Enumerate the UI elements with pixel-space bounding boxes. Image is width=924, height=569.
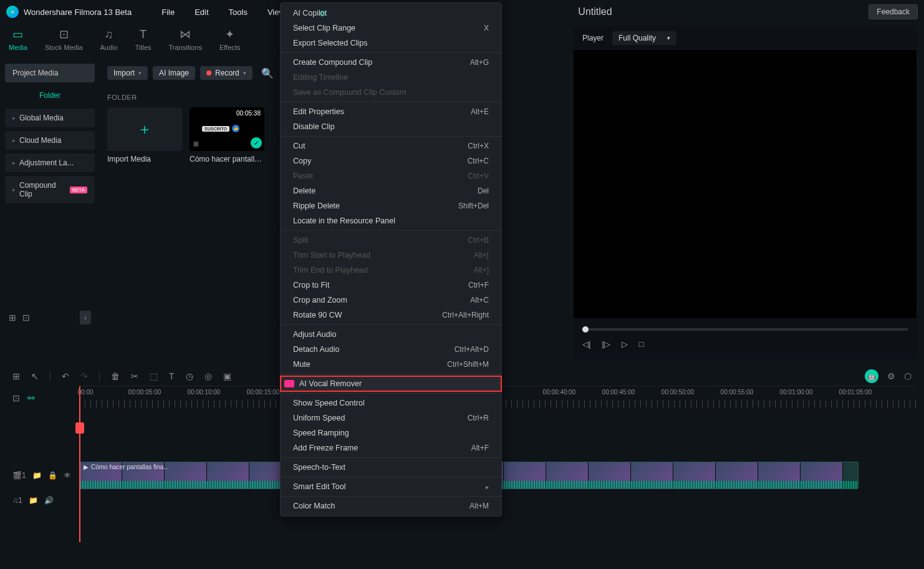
visibility-icon[interactable]: 👁 (64, 471, 71, 480)
context-menu-item[interactable]: MuteCtrl+Shift+M (281, 357, 501, 372)
player-panel: Player Full Quality▾ ◁| |▷ ▷ □ (574, 26, 917, 359)
context-menu-label: Adjust Audio (293, 330, 337, 339)
audio-icon: ♫ (102, 27, 117, 41)
keyframe-button[interactable]: ▣ (223, 371, 231, 381)
context-menu-item[interactable]: Speed Ramping (281, 426, 501, 440)
link-icon[interactable]: ⚯ (27, 393, 35, 403)
import-media-tile[interactable]: ＋ Import Media (107, 107, 182, 163)
search-icon[interactable]: 🔍 (261, 67, 274, 79)
shortcut-label: Shift+Del (458, 202, 489, 210)
context-menu-label: Paste (293, 172, 313, 180)
shortcut-label: Ctrl+Alt+D (455, 345, 489, 354)
sidebar-project-media[interactable]: Project Media (5, 64, 95, 82)
chevron-right-icon: ▸ (12, 115, 16, 121)
next-frame-button[interactable]: |▷ (602, 339, 610, 349)
tab-titles[interactable]: TTitles (135, 27, 152, 51)
context-menu-item[interactable]: Detach AudioCtrl+Alt+D (281, 342, 501, 357)
crop-button[interactable]: ⬚ (150, 371, 158, 381)
chevron-right-icon: ▸ (12, 160, 16, 166)
menu-tools[interactable]: Tools (229, 7, 248, 17)
context-menu-item[interactable]: Speech-to-Text (281, 460, 501, 475)
feedback-button[interactable]: Feedback (869, 4, 918, 19)
redo-button[interactable]: ↷ (80, 371, 88, 381)
context-menu-item[interactable]: Smart Edit Tool▸ (281, 479, 501, 494)
sidebar-adjustment-layer[interactable]: ▸Adjustment La... (5, 153, 95, 172)
context-menu-item[interactable]: Uniform SpeedCtrl+R (281, 411, 501, 426)
context-menu-item[interactable]: Crop to FitCtrl+F (281, 278, 501, 293)
color-button[interactable]: ◎ (205, 371, 212, 381)
import-button[interactable]: Import▾ (107, 66, 148, 80)
context-menu-item[interactable]: Disable Clip (281, 119, 501, 134)
tab-audio[interactable]: ♫Audio (100, 27, 118, 51)
lock-icon[interactable]: 🔒 (48, 471, 57, 480)
scrub-handle[interactable] (582, 326, 589, 333)
speed-button[interactable]: ◷ (186, 371, 193, 381)
context-menu-item[interactable]: CutCtrl+X (281, 139, 501, 153)
tab-media[interactable]: ▭Media (9, 27, 27, 51)
prev-frame-button[interactable]: ◁| (582, 339, 590, 349)
context-menu-item[interactable]: Adjust Audio (281, 327, 501, 342)
menu-file[interactable]: File (161, 7, 175, 17)
context-menu-item[interactable]: Show Speed Control (281, 396, 501, 411)
collapse-sidebar-button[interactable]: ‹ (80, 311, 91, 324)
context-menu-item[interactable]: Add Freeze FrameAlt+F (281, 440, 501, 455)
context-menu-item[interactable]: Crop and ZoomAlt+C (281, 293, 501, 308)
cursor-icon[interactable]: ↖ (31, 371, 39, 381)
playhead[interactable] (79, 386, 80, 542)
tab-effects[interactable]: ✦Effects (219, 27, 240, 51)
context-menu-item[interactable]: Color MatchAlt+M (281, 498, 501, 513)
play-button[interactable]: ▷ (622, 339, 628, 349)
shortcut-label: Alt+G (470, 58, 489, 67)
context-menu-label: Crop and Zoom (293, 296, 347, 304)
context-menu-item: Trim End to PlayheadAlt+] (281, 263, 501, 278)
context-menu-item[interactable]: Rotate 90 CWCtrl+Alt+Right (281, 308, 501, 323)
tab-transitions[interactable]: ⋈Transitions (169, 27, 202, 51)
folder-add-icon[interactable]: ⊞ (9, 313, 16, 323)
context-menu-item[interactable]: AI Vocal Remover (281, 376, 501, 391)
player-viewport[interactable] (574, 50, 917, 318)
context-menu-item[interactable]: CopyCtrl+C (281, 153, 501, 168)
record-button[interactable]: Record▾ (200, 66, 253, 80)
folder-icon[interactable]: ⊡ (22, 313, 30, 323)
ai-image-button[interactable]: AI Image (153, 66, 195, 80)
beta-badge: BETA (70, 187, 87, 193)
context-menu-item[interactable]: Locate in the Resource Panel (281, 213, 501, 228)
context-menu-item[interactable]: Ripple DeleteShift+Del (281, 198, 501, 213)
context-menu-item[interactable]: Create Compound ClipAlt+G (281, 55, 501, 70)
sidebar-folder[interactable]: Folder (5, 86, 95, 105)
mute-icon[interactable]: 🔊 (44, 496, 54, 505)
grid-icon[interactable]: ⊞ (12, 371, 20, 381)
clip-type-icon: ⊞ (193, 140, 198, 147)
titles-icon: T (136, 27, 151, 41)
check-icon: ✓ (251, 137, 262, 148)
media-clip-tile[interactable]: 00:05:38 SUSCRITO 👍 ⊞ ✓ Cómo hacer panta… (190, 107, 264, 163)
menu-edit[interactable]: Edit (195, 7, 208, 17)
folder-icon[interactable]: 📁 (32, 471, 42, 480)
settings-icon[interactable]: ⚙ (887, 371, 895, 381)
text-button[interactable]: T (169, 371, 175, 381)
context-menu-item[interactable]: Select Clip RangeX (281, 21, 501, 36)
context-menu-item[interactable]: AI Copilot ◎ (281, 6, 501, 21)
quality-select[interactable]: Full Quality▾ (612, 31, 676, 45)
app-title: Wondershare Filmora 13 Beta (24, 7, 132, 17)
marker-icon[interactable]: ⬡ (904, 371, 912, 381)
tab-stock-media[interactable]: ⊡Stock Media (45, 27, 83, 51)
stop-button[interactable]: □ (639, 339, 644, 349)
sidebar-cloud-media[interactable]: ▸Cloud Media (5, 131, 95, 150)
context-menu-item[interactable]: Edit PropertiesAlt+E (281, 104, 501, 119)
context-menu-label: Cut (293, 142, 305, 150)
sidebar-compound-clip[interactable]: ▸Compound ClipBETA (5, 176, 95, 203)
player-scrubber[interactable] (582, 328, 908, 331)
track-layout-icon[interactable]: ⊡ (12, 393, 20, 403)
context-menu-label: Mute (293, 360, 310, 369)
shortcut-label: Del (478, 187, 489, 195)
split-button[interactable]: ✂ (131, 371, 138, 381)
ai-copilot-icon[interactable]: 🤖 (865, 369, 878, 383)
folder-icon[interactable]: 📁 (29, 496, 38, 505)
context-menu-item[interactable]: Export Selected Clips (281, 36, 501, 51)
delete-button[interactable]: 🗑 (111, 371, 120, 381)
context-menu-item[interactable]: DeleteDel (281, 183, 501, 198)
context-menu-label: Select Clip Range (293, 24, 355, 32)
undo-button[interactable]: ↶ (62, 371, 69, 381)
sidebar-global-media[interactable]: ▸Global Media (5, 109, 95, 127)
